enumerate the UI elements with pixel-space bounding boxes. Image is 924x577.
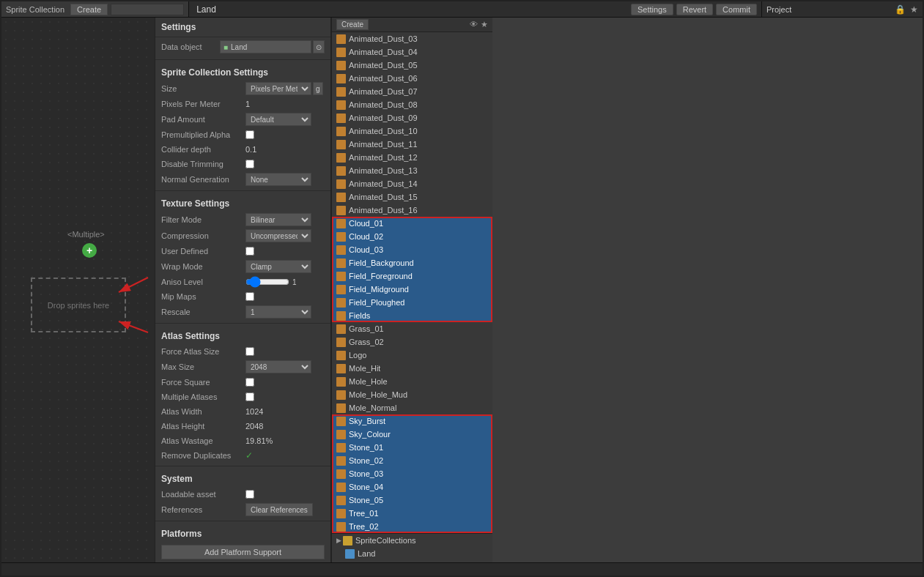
item-icon-texture [336,430,346,439]
references-row: References Clear References [155,502,330,518]
project-item-cloud-02[interactable]: Cloud_02 [332,230,492,243]
project-item-mole-hole-mud[interactable]: Mole_Hole_Mud [332,388,492,401]
project-bottom-item-spritecollections[interactable]: ▶ SpriteCollections [332,534,492,547]
project-item-animated-dust-10[interactable]: Animated_Dust_10 [332,124,492,138]
project-bottom-item-land-data[interactable]: ▼ Land Data [332,560,492,562]
project-item-sky-colour[interactable]: Sky_Colour [332,428,492,441]
project-item-grass-01[interactable]: Grass_01 [332,322,492,335]
item-label: Tree_02 [349,522,379,531]
compression-dropdown[interactable]: Uncompressed [245,229,311,242]
wrap-mode-dropdown[interactable]: Clamp [245,260,311,273]
project-item-cloud-03[interactable]: Cloud_03 [332,243,492,256]
atlas-width-label: Atlas Width [161,407,245,416]
size-dropdown[interactable]: Pixels Per Mete [245,82,311,95]
project-item-stone-04[interactable]: Stone_04 [332,480,492,494]
project-create-button[interactable]: Create [336,19,369,30]
status-bar [1,562,923,576]
item-icon-texture [336,100,346,110]
item-label: Mole_Hit [349,364,380,373]
aniso-level-slider[interactable] [245,278,289,286]
project-item-animated-dust-03[interactable]: Animated_Dust_03 [332,32,492,45]
project-item-animated-dust-06[interactable]: Animated_Dust_06 [332,72,492,85]
item-label: Animated_Dust_14 [349,179,418,188]
project-item-animated-dust-05[interactable]: Animated_Dust_05 [332,59,492,72]
item-icon-texture [336,285,346,294]
create-button[interactable]: Create [70,4,108,15]
item-icon-texture [336,48,346,57]
revert-button[interactable]: Revert [676,4,713,15]
references-label: References [161,505,245,514]
project-item-stone-03[interactable]: Stone_03 [332,467,492,480]
project-item-animated-dust-16[interactable]: Animated_Dust_16 [332,204,492,217]
project-item-animated-dust-15[interactable]: Animated_Dust_15 [332,190,492,204]
project-item-mole-hit[interactable]: Mole_Hit [332,362,492,375]
project-bottom-item-land[interactable]: Land [332,547,492,560]
project-item-field-midground[interactable]: Field_Midground [332,283,492,296]
force-atlas-size-checkbox[interactable] [245,347,254,356]
item-label: Animated_Dust_09 [349,113,418,122]
item-icon-texture [336,245,346,255]
search-input[interactable] [111,4,184,15]
project-item-field-ploughed[interactable]: Field_Ploughed [332,296,492,309]
user-defined-checkbox[interactable] [245,247,254,256]
add-sprite-button[interactable]: + [82,243,97,258]
multiple-label: <Multiple> [67,230,105,239]
loadable-asset-checkbox[interactable] [245,490,254,499]
project-item-animated-dust-07[interactable]: Animated_Dust_07 [332,85,492,98]
project-item-field-foreground[interactable]: Field_Foreground [332,269,492,283]
atlas-wastage-label: Atlas Wastage [161,436,245,445]
project-item-cloud-01[interactable]: Cloud_01 [332,217,492,230]
project-action-icons: 👁 ★ [470,20,488,29]
project-item-mole-normal[interactable]: Mole_Normal [332,401,492,414]
project-item-tree-02[interactable]: Tree_02 [332,520,492,533]
project-eye-icon[interactable]: 👁 [470,20,478,29]
project-item-tree-01[interactable]: Tree_01 [332,507,492,520]
project-item-animated-dust-11[interactable]: Animated_Dust_11 [332,138,492,151]
size-label: Size [161,84,245,93]
settings-button[interactable]: Settings [631,4,673,15]
project-item-stone-01[interactable]: Stone_01 [332,441,492,454]
item-label: Mole_Normal [349,403,396,412]
multiple-atlases-checkbox[interactable] [245,392,254,401]
sprite-drop-zone[interactable]: Drop sprites here [31,278,126,332]
project-item-stone-02[interactable]: Stone_02 [332,454,492,467]
project-item-fields[interactable]: Fields [332,309,492,322]
data-object-pick-btn[interactable]: ⊙ [313,40,325,53]
item-icon-texture [336,390,346,400]
size-g-button[interactable]: g [313,82,323,95]
project-item-sky-burst[interactable]: Sky_Burst [332,414,492,428]
app-container: Sprite Collection Create Land Settings R… [0,0,924,577]
project-item-animated-dust-13[interactable]: Animated_Dust_13 [332,164,492,177]
normal-generation-dropdown[interactable]: None [245,173,311,186]
add-platform-button[interactable]: Add Platform Support [161,545,325,559]
bottom-item-label: Land [358,549,375,558]
project-item-animated-dust-08[interactable]: Animated_Dust_08 [332,98,492,111]
atlas-height-label: Atlas Height [161,422,245,431]
multiple-atlases-label: Multiple Atlases [161,392,245,401]
disable-trimming-label: Disable Trimming [161,160,245,168]
project-item-stone-05[interactable]: Stone_05 [332,494,492,507]
commit-button[interactable]: Commit [716,4,757,15]
item-label: Grass_01 [349,324,384,333]
max-size-dropdown[interactable]: 2048 [245,360,311,373]
filter-mode-dropdown[interactable]: Bilinear [245,213,311,226]
project-item-animated-dust-14[interactable]: Animated_Dust_14 [332,177,492,190]
clear-references-button[interactable]: Clear References [245,503,313,516]
project-bookmark-icon[interactable]: ★ [481,20,488,29]
project-item-grass-02[interactable]: Grass_02 [332,335,492,349]
project-item-animated-dust-04[interactable]: Animated_Dust_04 [332,45,492,59]
pad-amount-dropdown[interactable]: Default [245,113,311,126]
project-item-animated-dust-12[interactable]: Animated_Dust_12 [332,151,492,164]
mip-maps-checkbox[interactable] [245,292,254,301]
project-item-logo[interactable]: Logo [332,349,492,362]
premultiplied-alpha-checkbox[interactable] [245,130,254,139]
sprite-canvas[interactable]: <Multiple> + Drop sprites here [1,18,155,562]
aniso-level-value: 1 [292,278,297,286]
force-square-checkbox[interactable] [245,378,254,387]
item-icon-texture [336,61,346,70]
rescale-dropdown[interactable]: 1 [245,305,311,319]
disable-trimming-checkbox[interactable] [245,160,254,168]
project-item-animated-dust-09[interactable]: Animated_Dust_09 [332,111,492,124]
project-item-field-background[interactable]: Field_Background [332,256,492,269]
project-item-mole-hole[interactable]: Mole_Hole [332,375,492,388]
